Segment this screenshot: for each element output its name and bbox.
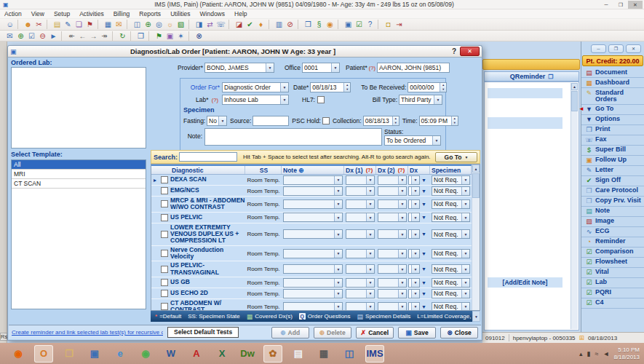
specimen-select[interactable]: Not Req.	[432, 278, 470, 288]
scrollbar-thumb[interactable]	[472, 173, 480, 198]
taskbar-icon[interactable]: e	[111, 345, 130, 363]
template-list-item[interactable]: MRI	[12, 170, 146, 179]
dx1-select[interactable]	[346, 264, 375, 274]
dx1-select[interactable]	[346, 229, 375, 239]
network-icon[interactable]: ≈	[595, 350, 599, 357]
close-icon[interactable]: ✕	[628, 1, 643, 9]
chevron-down-icon[interactable]	[461, 290, 469, 298]
taskbar-icon[interactable]: ✿	[263, 345, 282, 363]
table-row[interactable]: EMG/NCSRoom Temp.▼Not Req.	[151, 186, 472, 197]
dx1-select[interactable]	[346, 175, 375, 185]
chevron-down-icon[interactable]	[461, 187, 469, 195]
chevron-down-icon[interactable]	[398, 279, 406, 287]
order-for-select[interactable]: Diagnostic Order	[222, 82, 289, 92]
row-checkbox[interactable]	[161, 214, 168, 221]
toolbar-icon[interactable]: ◉	[325, 20, 338, 29]
sidebar-item[interactable]: ☑C4	[581, 298, 644, 309]
chevron-down-icon[interactable]	[366, 250, 374, 258]
dx1-select[interactable]	[346, 249, 375, 258]
toolbar-icon[interactable]: ☑	[354, 20, 365, 29]
chevron-down-icon[interactable]	[398, 213, 406, 221]
specimen-select[interactable]: Not Req.	[432, 175, 470, 185]
chevron-down-icon[interactable]	[366, 265, 374, 273]
dx2-select[interactable]	[378, 249, 407, 258]
select-default-tests-button[interactable]: Select Default Tests	[167, 327, 239, 338]
specimen-select[interactable]: Not Req.	[432, 289, 470, 298]
row-checkbox[interactable]	[161, 187, 168, 194]
chevron-down-icon[interactable]	[461, 303, 469, 310]
chevron-down-icon[interactable]	[334, 290, 342, 298]
toolbar-icon[interactable]: ⊗	[194, 31, 204, 41]
sidebar-item[interactable]: ✔Sign Off	[581, 176, 644, 186]
toolbar-icon[interactable]: ❏	[73, 20, 84, 29]
save-button[interactable]: ▣Save	[398, 327, 436, 339]
note-select[interactable]	[283, 264, 343, 274]
specimen-select[interactable]: Not Req.	[432, 264, 470, 274]
taskbar-icon[interactable]: IMS	[365, 345, 384, 363]
dx-cell[interactable]: ▼	[408, 302, 430, 310]
toolbar-icon[interactable]: ?	[365, 20, 378, 29]
qreminder-header[interactable]: QReminder ❒	[484, 71, 579, 82]
battery-icon[interactable]: ▮	[587, 350, 591, 357]
dialog-close-icon[interactable]: ✕	[460, 47, 480, 56]
table-row[interactable]: LOWER EXTREMITY VENOUS DUPLEX US + COMPR…	[151, 223, 472, 246]
toolbar-icon[interactable]: ▦	[103, 20, 114, 29]
note-input[interactable]	[204, 128, 382, 146]
chevron-down-icon[interactable]	[461, 176, 469, 184]
child-close-icon[interactable]: ✕	[626, 44, 641, 53]
dx-cell[interactable]: ▼	[408, 264, 430, 274]
toolbar-icon[interactable]: ♦	[255, 20, 269, 29]
note-select[interactable]	[283, 199, 343, 209]
row-checkbox[interactable]	[161, 231, 168, 238]
chevron-down-icon[interactable]	[334, 200, 342, 208]
toolbar-icon[interactable]: ⚑	[84, 20, 98, 29]
column-specimen[interactable]: Specimen	[430, 166, 472, 174]
row-checkbox[interactable]	[161, 266, 168, 273]
volume-icon[interactable]: ◄	[603, 350, 609, 357]
chevron-down-icon[interactable]	[398, 250, 406, 258]
menu-item[interactable]: Reports	[139, 10, 161, 17]
add-note-icon[interactable]: ⊕	[298, 167, 304, 174]
sidebar-item[interactable]: ◔Reminder	[581, 237, 644, 248]
chevron-down-icon[interactable]	[218, 116, 226, 125]
toolbar-icon[interactable]: ⇄	[204, 20, 215, 29]
dx-cell[interactable]: ▼	[408, 229, 430, 239]
toolbar-icon[interactable]: ↞	[66, 31, 77, 41]
panel-collapse-icon[interactable]: ◄	[579, 106, 584, 112]
chevron-down-icon[interactable]	[334, 176, 342, 184]
sidebar-item[interactable]: ✎Standard Orders	[581, 88, 644, 105]
taskbar-icon[interactable]: ❒	[60, 345, 79, 363]
note-select[interactable]	[283, 302, 343, 310]
minimize-icon[interactable]: ─	[599, 1, 613, 9]
chevron-down-icon[interactable]	[266, 63, 274, 72]
dx-select[interactable]	[408, 264, 420, 274]
menu-item[interactable]: Activities	[79, 10, 104, 17]
child-minimize-icon[interactable]: ─	[591, 44, 606, 53]
table-row[interactable]: US PELVIC- TRANSVAGINALRoom Temp.▼Not Re…	[151, 261, 472, 277]
dx-cell[interactable]: ▼	[408, 289, 430, 298]
go-to-button[interactable]: Go To	[435, 152, 477, 162]
sidebar-item[interactable]: ☑Lab	[581, 278, 644, 288]
chevron-down-icon[interactable]	[411, 265, 419, 273]
dx-select[interactable]	[408, 302, 420, 310]
chevron-down-icon[interactable]	[366, 230, 374, 238]
fasting-select[interactable]: No	[207, 116, 227, 126]
row-checkbox[interactable]	[161, 176, 168, 183]
chevron-down-icon[interactable]	[411, 303, 419, 310]
toolbar-icon[interactable]: ☼	[164, 20, 175, 29]
table-row[interactable]: US PELVICRoom Temp.▼Not Req.	[151, 213, 472, 223]
menu-item[interactable]: Billing	[114, 10, 130, 17]
chevron-down-icon[interactable]	[461, 230, 469, 238]
delete-button[interactable]: ⊕Delete	[314, 327, 351, 339]
toolbar-icon[interactable]: §	[314, 20, 325, 29]
chevron-down-icon[interactable]	[398, 176, 406, 184]
taskbar-icon[interactable]: Dw	[238, 345, 257, 363]
collection-spinner[interactable]: 08/18/13	[363, 116, 399, 126]
dx-cell[interactable]: ▼	[408, 213, 430, 222]
search-input[interactable]	[179, 152, 237, 162]
chevron-down-icon[interactable]	[366, 187, 374, 195]
column-dx2[interactable]: Dx (2)(?)	[376, 166, 408, 174]
chevron-down-icon[interactable]	[411, 279, 419, 287]
dx1-select[interactable]	[346, 302, 375, 310]
menu-item[interactable]: Windows	[200, 10, 225, 17]
